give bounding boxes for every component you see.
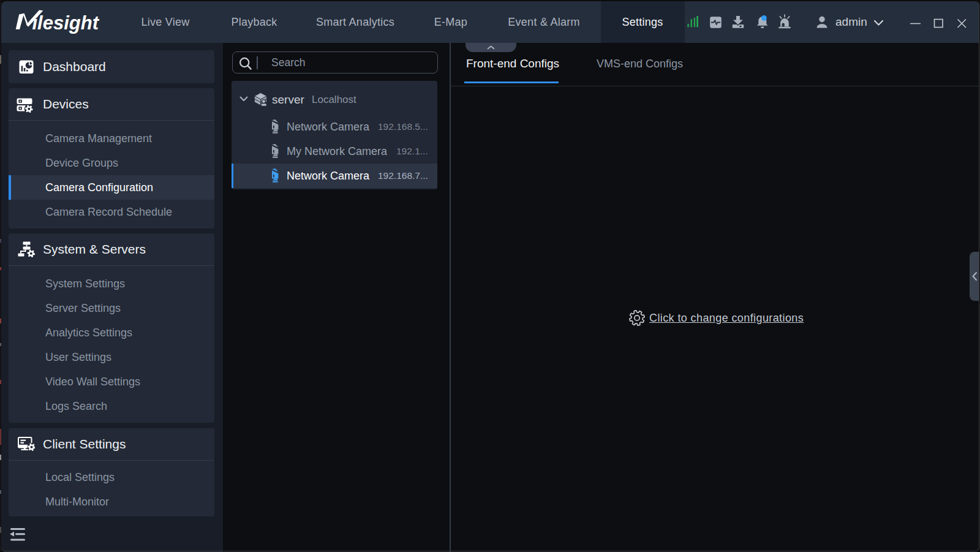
svg-text:ilesight: ilesight bbox=[32, 12, 100, 34]
